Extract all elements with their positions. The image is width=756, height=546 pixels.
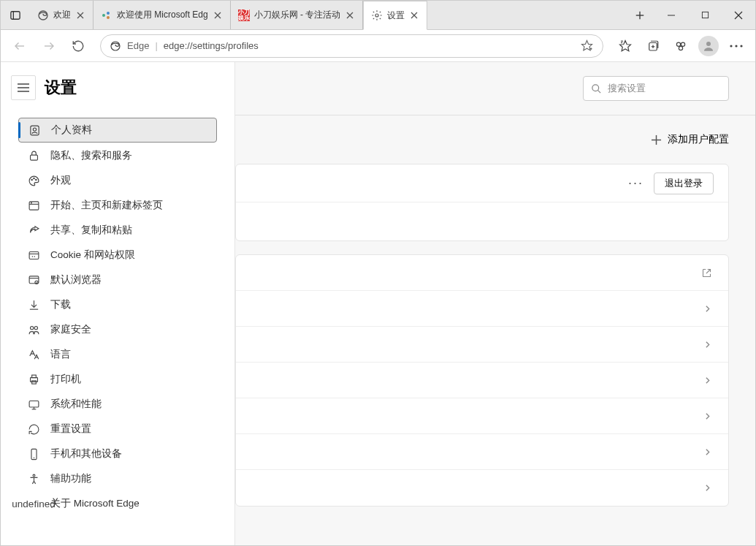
toolbar: Edge | edge://settings/profiles [1, 30, 755, 62]
detail-row-3[interactable] [236, 363, 728, 398]
nav-item-label: 共享、复制和粘贴 [50, 224, 132, 237]
sign-out-button[interactable]: 退出登录 [654, 172, 714, 194]
profile-info-row [236, 202, 728, 240]
plus-icon [635, 10, 645, 20]
lock-icon [27, 149, 40, 162]
plus-icon [651, 134, 662, 145]
svg-rect-52 [29, 251, 39, 259]
svg-marker-27 [620, 40, 631, 50]
add-profile-row[interactable]: 添加用户配置 [235, 115, 755, 164]
profile-actions-row: ··· 退出登录 [236, 164, 728, 202]
sidebar-toggle-button[interactable] [11, 75, 36, 100]
minimize-button[interactable] [654, 1, 688, 29]
tab-actions-button[interactable] [1, 1, 30, 29]
svg-point-44 [33, 127, 36, 130]
svg-rect-56 [29, 276, 39, 283]
maximize-button[interactable] [688, 1, 722, 29]
edge-icon: undefined [27, 497, 40, 510]
profile-details-list [235, 254, 729, 507]
tab-1[interactable]: 欢迎使用 Microsoft Edg [93, 1, 231, 29]
detail-row-1[interactable] [236, 291, 728, 327]
tab-strip: 欢迎 欢迎使用 Microsoft Edg 小刀娱乐 小刀娱乐网 - 专注活动 … [30, 1, 625, 29]
svg-point-72 [592, 84, 599, 91]
settings-sidebar: 设置 个人资料 隐私、搜索和服务 外观 开始、主页和新建标签页 共享、复制和粘贴… [1, 62, 234, 545]
nav-item-language[interactable]: 语言 [18, 343, 217, 366]
forward-button[interactable] [36, 33, 62, 59]
settings-nav: 个人资料 隐私、搜索和服务 外观 开始、主页和新建标签页 共享、复制和粘贴 Co… [1, 112, 234, 523]
search-icon [591, 83, 602, 94]
svg-point-46 [31, 179, 31, 180]
add-profile-label: 添加用户配置 [668, 133, 729, 146]
svg-line-76 [706, 269, 711, 273]
detail-row-0[interactable] [236, 255, 728, 291]
svg-point-34 [681, 42, 684, 46]
nav-item-window[interactable]: 开始、主页和新建标签页 [18, 194, 217, 217]
svg-point-51 [31, 202, 31, 203]
nav-item-system[interactable]: 系统和性能 [18, 393, 217, 416]
tab-3[interactable]: 设置 [363, 1, 427, 30]
nav-item-cookie[interactable]: Cookie 和网站权限 [18, 243, 217, 267]
detail-row-5[interactable] [236, 434, 728, 470]
tab-favicon [37, 10, 49, 21]
language-icon [27, 348, 40, 361]
tab-2[interactable]: 小刀娱乐 小刀娱乐网 - 专注活动 [231, 1, 364, 29]
tab-label: 欢迎使用 Microsoft Edg [117, 9, 208, 21]
address-bar[interactable]: Edge | edge://settings/profiles [100, 34, 603, 58]
tab-label: 设置 [387, 10, 405, 22]
tab-0[interactable]: 欢迎 [30, 1, 93, 29]
extensions-button[interactable] [668, 33, 694, 59]
chevron-right-icon [703, 304, 712, 314]
nav-item-share[interactable]: 共享、复制和粘贴 [18, 219, 217, 242]
external-link-icon [701, 268, 712, 278]
nav-item-accessibility[interactable]: 辅助功能 [18, 467, 217, 490]
nav-item-label: 重置设置 [50, 422, 91, 436]
nav-item-label: Cookie 和网站权限 [50, 249, 135, 262]
svg-rect-65 [31, 380, 36, 383]
detail-row-4[interactable] [236, 398, 728, 434]
tab-favicon [371, 10, 383, 21]
nav-item-edge[interactable]: undefined 关于 Microsoft Edge [18, 492, 217, 515]
system-icon [27, 398, 40, 411]
favorite-button[interactable] [579, 39, 594, 52]
profile-avatar[interactable] [695, 33, 722, 59]
tab-close-button[interactable] [409, 10, 419, 20]
browser-icon [27, 273, 40, 287]
nav-item-family[interactable]: 家庭安全 [18, 318, 217, 341]
nav-item-label: 系统和性能 [50, 398, 102, 411]
favorites-button[interactable] [612, 33, 638, 59]
new-tab-button[interactable] [625, 1, 654, 29]
tab-close-button[interactable] [345, 10, 355, 20]
settings-search[interactable]: 搜索设置 [583, 76, 729, 101]
nav-item-reset[interactable]: 重置设置 [18, 417, 217, 441]
settings-header: 设置 [1, 71, 234, 112]
download-icon [27, 298, 40, 311]
nav-item-printer[interactable]: 打印机 [18, 368, 217, 391]
refresh-button[interactable] [65, 33, 91, 59]
settings-main: 搜索设置 添加用户配置 ··· 退出登录 [234, 62, 755, 545]
profile-card: ··· 退出登录 [235, 164, 729, 241]
menu-button[interactable] [723, 33, 749, 59]
detail-row-6[interactable] [236, 470, 728, 506]
nav-item-palette[interactable]: 外观 [18, 169, 217, 192]
svg-point-33 [676, 42, 680, 46]
reset-icon [27, 422, 40, 436]
family-icon [27, 323, 40, 336]
svg-point-37 [730, 45, 732, 47]
collections-button[interactable] [640, 33, 666, 59]
close-window-button[interactable] [722, 1, 755, 29]
tab-close-button[interactable] [75, 10, 85, 20]
profile-more-button[interactable]: ··· [628, 175, 644, 191]
svg-rect-43 [30, 126, 38, 135]
nav-item-profile[interactable]: 个人资料 [18, 118, 217, 143]
svg-point-6 [107, 12, 110, 15]
nav-item-phone[interactable]: 手机和其他设备 [18, 442, 217, 466]
address-label: Edge [127, 40, 149, 51]
nav-item-download[interactable]: 下载 [18, 293, 217, 316]
tab-close-button[interactable] [213, 10, 223, 20]
back-button[interactable] [7, 33, 33, 59]
svg-rect-0 [11, 11, 20, 19]
nav-item-browser[interactable]: 默认浏览器 [18, 268, 217, 292]
tab-favicon: 小刀娱乐 [238, 10, 250, 21]
nav-item-lock[interactable]: 隐私、搜索和服务 [18, 144, 217, 167]
detail-row-2[interactable] [236, 327, 728, 363]
